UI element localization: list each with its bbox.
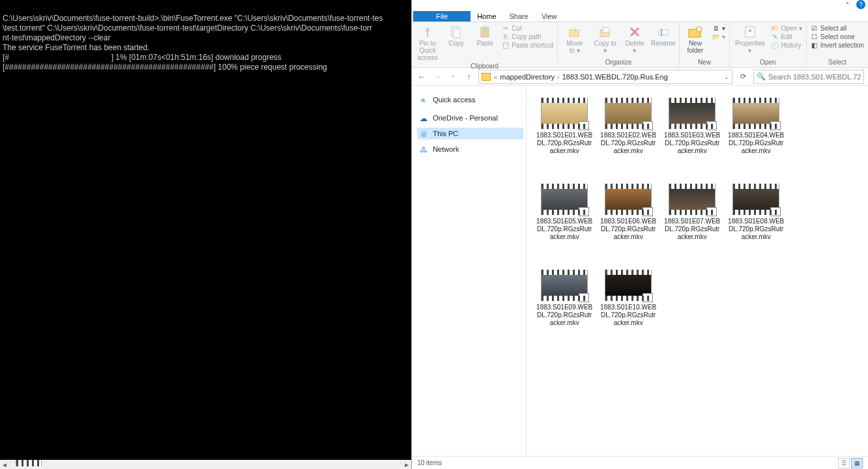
search-box[interactable]: 🔍 [753, 70, 864, 84]
copy-button[interactable]: Copy [443, 23, 469, 48]
breadcrumb-item[interactable]: mappedDirectory [500, 73, 555, 81]
ribbon-label: Open [732, 59, 803, 66]
history-button[interactable]: 🕘History [770, 41, 803, 49]
open-button[interactable]: 📂Open ▾ [770, 24, 803, 32]
edit-button[interactable]: ✎Edit [770, 33, 803, 40]
scroll-left-icon[interactable]: ◄ [0, 460, 9, 469]
pin-quick-access-button[interactable]: Pin to Quick access [414, 23, 441, 63]
file-name: 1883.S01E05.WEBDL.720p.RGzsRutracker.mkv [536, 218, 593, 241]
open-icon: 📂 [771, 24, 779, 32]
terminal-line: nt-test\mappedDirectory --clear [3, 33, 110, 42]
copy-to-icon [598, 25, 613, 39]
move-to-button[interactable]: Move to ▾ [560, 23, 588, 55]
file-item[interactable]: ▶1883.S01E06.WEBDL.720p.RGzsRutracker.mk… [600, 184, 657, 241]
chevron-right-icon[interactable]: › [557, 73, 560, 81]
view-details-button[interactable]: ☰ [838, 458, 850, 468]
select-none-button[interactable]: ☐Select none [809, 33, 865, 40]
pin-icon [420, 25, 435, 39]
paste-icon [478, 25, 492, 39]
pc-icon: 🖥 [420, 130, 429, 137]
select-none-icon: ☐ [811, 33, 818, 40]
video-badge-icon: ▶ [643, 207, 653, 216]
easy-access-icon: 📂 [712, 33, 720, 40]
video-badge-icon: ▶ [579, 207, 589, 216]
properties-button[interactable]: Properties ▾ [732, 23, 768, 55]
nav-network[interactable]: 🖧Network [417, 143, 523, 155]
file-name: 1883.S01E08.WEBDL.720p.RGzsRutracker.mkv [727, 218, 785, 241]
video-thumbnail: ▶ [605, 270, 652, 301]
nav-onedrive[interactable]: ☁OneDrive - Personal [417, 112, 523, 124]
file-name: 1883.S01E09.WEBDL.720p.RGzsRutracker.mkv [536, 304, 593, 327]
video-badge-icon: ▶ [770, 121, 781, 130]
video-badge-icon: ▶ [579, 121, 589, 130]
paste-button[interactable]: Paste [472, 23, 498, 48]
nav-quick-access[interactable]: ★Quick access [417, 94, 523, 106]
view-icons-button[interactable]: ▦ [851, 458, 863, 468]
folder-icon [482, 73, 491, 81]
svg-rect-5 [570, 30, 579, 36]
invert-selection-button[interactable]: ◧Invert selection [809, 41, 865, 49]
invert-selection-icon: ◧ [811, 41, 818, 49]
paste-shortcut-button[interactable]: 📋Paste shortcut [500, 41, 555, 49]
file-item[interactable]: ▶1883.S01E09.WEBDL.720p.RGzsRutracker.mk… [536, 270, 593, 327]
ribbon-tabs: File Home Share View [412, 9, 868, 22]
file-item[interactable]: ▶1883.S01E01.WEBDL.720p.RGzsRutracker.mk… [536, 98, 593, 155]
nav-recent-icon[interactable]: ▾ [447, 71, 459, 83]
file-item[interactable]: ▶1883.S01E04.WEBDL.720p.RGzsRutracker.mk… [727, 98, 785, 155]
delete-button[interactable]: Delete ▾ [622, 23, 648, 55]
file-item[interactable]: ▶1883.S01E07.WEBDL.720p.RGzsRutracker.mk… [663, 184, 721, 241]
cut-icon: ✂ [502, 24, 510, 32]
video-thumbnail: ▶ [541, 184, 588, 215]
new-folder-button[interactable]: New folder [682, 23, 708, 55]
status-bar: 10 items ☰ ▦ [412, 456, 868, 469]
terminal-scrollbar[interactable]: ◄ ► [0, 460, 411, 469]
copy-to-button[interactable]: Copy to ▾ [591, 23, 618, 55]
file-item[interactable]: ▶1883.S01E03.WEBDL.720p.RGzsRutracker.mk… [663, 98, 721, 155]
nav-up-button[interactable]: ↑ [463, 71, 474, 83]
ribbon-group-open: Properties ▾ 📂Open ▾ ✎Edit 🕘History Open [730, 22, 807, 67]
easy-access-button[interactable]: 📂▾ [711, 33, 727, 40]
svg-rect-7 [603, 27, 609, 33]
tab-share[interactable]: Share [503, 11, 535, 21]
video-thumbnail: ▶ [541, 270, 588, 301]
select-all-button[interactable]: ☑Select all [809, 24, 865, 32]
breadcrumb-item[interactable]: 1883.S01.WEBDL.720p.Rus.Eng [562, 73, 668, 81]
file-name: 1883.S01E02.WEBDL.720p.RGzsRutracker.mkv [600, 132, 657, 155]
move-to-icon [568, 25, 582, 39]
tab-home[interactable]: Home [470, 11, 502, 21]
terminal-window[interactable]: C:\Users\skriv\Documents\fuse-torrent-bu… [0, 0, 411, 469]
file-item[interactable]: ▶1883.S01E08.WEBDL.720p.RGzsRutracker.mk… [727, 184, 785, 241]
tab-file[interactable]: File [413, 11, 470, 21]
file-item[interactable]: ▶1883.S01E10.WEBDL.720p.RGzsRutracker.mk… [600, 270, 657, 327]
nav-this-pc[interactable]: 🖥This PC [417, 128, 523, 139]
cut-button[interactable]: ✂Cut [500, 24, 555, 32]
tab-view[interactable]: View [535, 11, 564, 21]
video-badge-icon: ▶ [643, 121, 653, 130]
ribbon-collapse-icon[interactable]: ˄ [843, 1, 851, 8]
ribbon-label: Select [809, 59, 865, 66]
nav-back-button[interactable]: ← [416, 71, 427, 83]
svg-rect-4 [483, 26, 487, 29]
video-thumbnail: ▶ [732, 184, 779, 215]
scroll-right-icon[interactable]: ► [402, 460, 411, 469]
video-thumbnail: ▶ [605, 184, 652, 215]
file-item[interactable]: ▶1883.S01E05.WEBDL.720p.RGzsRutracker.mk… [536, 184, 593, 241]
navigation-pane: ★Quick access ☁OneDrive - Personal 🖥This… [412, 86, 527, 456]
address-box[interactable]: « mappedDirectory › 1883.S01.WEBDL.720p.… [478, 70, 732, 84]
file-list[interactable]: ▶1883.S01E01.WEBDL.720p.RGzsRutracker.mk… [527, 86, 868, 456]
new-item-button[interactable]: 🗎▾ [711, 24, 727, 32]
nav-forward-button[interactable]: → [431, 71, 443, 83]
refresh-button[interactable]: ⟳ [736, 72, 749, 81]
copy-path-button[interactable]: ⎘Copy path [500, 33, 555, 40]
svg-rect-9 [661, 29, 662, 36]
rename-button[interactable]: Rename [650, 23, 676, 48]
ribbon-group-new: New folder 🗎▾ 📂▾ New [680, 22, 730, 67]
new-item-icon: 🗎 [712, 24, 720, 32]
ribbon-group-clipboard: Pin to Quick access Copy Paste ✂Cut ⎘Cop… [412, 22, 558, 67]
file-item[interactable]: ▶1883.S01E02.WEBDL.720p.RGzsRutracker.mk… [600, 98, 657, 155]
svg-rect-3 [481, 27, 489, 37]
scroll-thumb[interactable] [16, 460, 42, 466]
chevron-down-icon[interactable]: ⌄ [724, 74, 729, 80]
search-input[interactable] [768, 73, 861, 81]
help-icon[interactable]: ? [856, 0, 865, 9]
